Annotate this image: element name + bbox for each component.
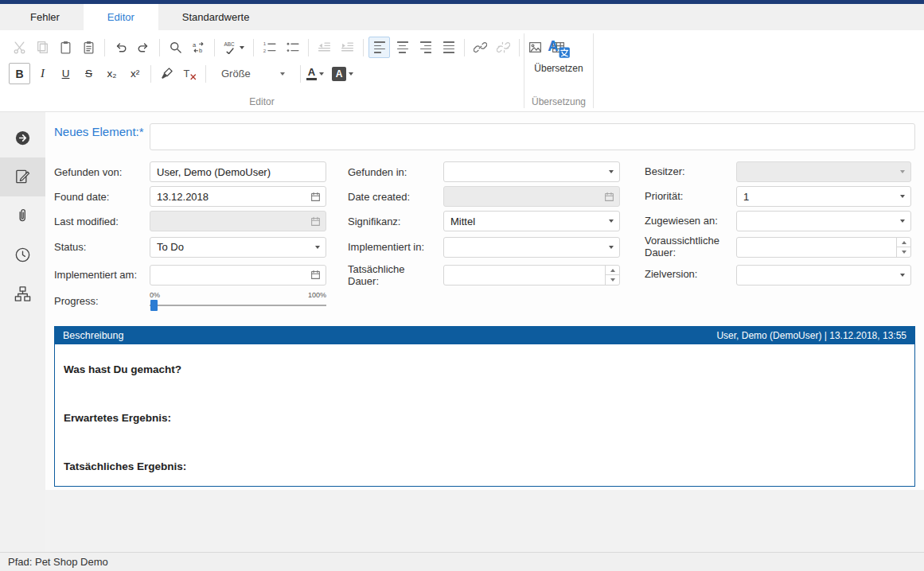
strikethrough-button[interactable]: S [78,63,99,84]
svg-text:1: 1 [263,41,267,46]
svg-text:a: a [193,41,197,49]
italic-button[interactable]: I [32,63,53,84]
chevron-down-icon [603,238,619,257]
description-editor[interactable]: Was hast Du gemacht? Erwartetes Ergebnis… [55,344,914,486]
implementiert-am-input[interactable] [150,265,326,286]
bold-button[interactable]: B [9,63,30,84]
spinner-buttons[interactable] [605,266,619,285]
underline-button[interactable]: U [55,63,76,84]
ribbon-group-label-translation: Übersetzung [524,95,593,111]
font-color-button[interactable]: A [306,67,324,80]
voraussichtliche-dauer-spinner[interactable] [736,237,911,258]
field-label-prioritaet: Priorität: [620,191,736,203]
clear-formatting-button[interactable]: T [179,63,201,84]
chevron-down-icon [280,72,285,76]
signifikanz-select[interactable]: Mittel [443,211,620,231]
ribbon-group-separator [593,33,594,108]
toolbar-separator [214,39,215,56]
progress-slider[interactable]: 0% 100% [150,291,326,312]
new-element-input[interactable] [150,123,915,150]
tab-fehler[interactable]: Fehler [6,4,84,30]
toolbar-separator [205,65,206,83]
progress-slider-handle[interactable] [150,300,158,311]
new-element-label: Neues Element:* [54,123,150,150]
progress-slider-track[interactable] [150,305,326,306]
unlink-button[interactable] [493,37,514,58]
chevron-down-icon [603,212,619,231]
format-painter-button[interactable] [156,63,177,84]
chevron-down-icon [895,266,910,285]
paste-button[interactable] [55,37,76,58]
content: Neues Element:* Gefunden von: User, Demo… [45,112,924,552]
spinner-down-icon[interactable] [897,247,910,257]
increase-indent-button[interactable] [337,37,358,58]
zugewiesen-an-select[interactable] [736,211,911,231]
copy-button[interactable] [32,37,53,58]
find-replace-button[interactable]: ab [188,37,209,58]
chevron-down-icon [240,46,244,49]
tab-standardwerte[interactable]: Standardwerte [158,4,274,30]
font-size-combo[interactable]: Größe [216,65,290,82]
decrease-indent-button[interactable] [314,37,335,58]
spinner-buttons[interactable] [896,238,910,257]
svg-text:ABC: ABC [224,41,235,47]
toolbar-separator [300,65,301,83]
ribbon-row-2: B I U S x₂ x² T Größe A A [8,60,520,87]
calendar-icon[interactable] [306,192,326,202]
chevron-down-icon [895,212,910,231]
paste-from-word-button[interactable] [78,37,99,58]
forward-circle-icon [14,129,32,147]
align-right-button[interactable] [415,37,436,58]
toolbar-separator [519,39,520,56]
implementiert-in-select[interactable] [443,237,620,258]
gefunden-von-input[interactable]: User, Demo (DemoUser) [150,161,326,182]
hierarchy-icon [14,285,32,303]
spinner-up-icon[interactable] [897,238,910,247]
ribbon-group-editor: ab ABC 12 [0,30,524,111]
sidebar-item-hierarchy[interactable] [0,274,45,313]
undo-button[interactable] [110,37,131,58]
tab-editor[interactable]: Editor [84,4,158,30]
sidebar-item-history[interactable] [0,235,45,274]
ribbon-group-translation: A Übersetzen Übersetzung [524,30,593,111]
redo-button[interactable] [133,37,154,58]
svg-text:T: T [184,68,190,80]
sidebar-item-attachments[interactable] [0,196,45,235]
sidebar [0,112,45,552]
sidebar-item-forward[interactable] [0,118,45,157]
found-date-input[interactable]: 13.12.2018 [150,186,326,207]
description-panel: Beschreibung User, Demo (DemoUser) | 13.… [54,326,915,487]
sidebar-item-edit[interactable] [0,157,45,196]
field-label-besitzer: Besitzer: [620,166,736,178]
prioritaet-select[interactable]: 1 [736,186,911,207]
numbered-list-button[interactable]: 12 [259,37,280,58]
content-filler [45,490,924,552]
besitzer-select [736,161,911,182]
tatsaechliche-dauer-spinner[interactable] [443,265,620,286]
spellcheck-button[interactable]: ABC [220,37,248,58]
app-window: Fehler Editor Standardwerte ab ABC [0,0,924,571]
field-label-voraussichtliche-dauer: Voraussichtliche Dauer: [620,235,736,259]
translate-button[interactable]: A Übersetzen [524,30,593,95]
subscript-button[interactable]: x₂ [101,63,123,84]
progress-min-label: 0% [150,291,160,300]
calendar-icon[interactable] [306,270,326,280]
description-question-3: Tatsächliches Ergebnis: [55,460,914,472]
find-button[interactable] [165,37,186,58]
link-button[interactable] [470,37,491,58]
align-left-button[interactable] [368,37,390,58]
status-select[interactable]: To Do [150,237,326,258]
align-right-icon [420,41,431,52]
spinner-down-icon[interactable] [606,274,619,285]
justify-button[interactable] [438,37,459,58]
highlight-color-button[interactable]: A [332,67,353,81]
bullet-list-button[interactable] [282,37,303,58]
zielversion-select[interactable] [736,265,911,286]
gefunden-in-select[interactable] [443,161,620,182]
calendar-icon [599,192,619,202]
cut-button[interactable] [9,37,30,58]
spinner-up-icon[interactable] [606,266,619,275]
toolbar-separator [464,39,465,56]
align-center-button[interactable] [392,37,413,58]
superscript-button[interactable]: x² [124,63,146,84]
